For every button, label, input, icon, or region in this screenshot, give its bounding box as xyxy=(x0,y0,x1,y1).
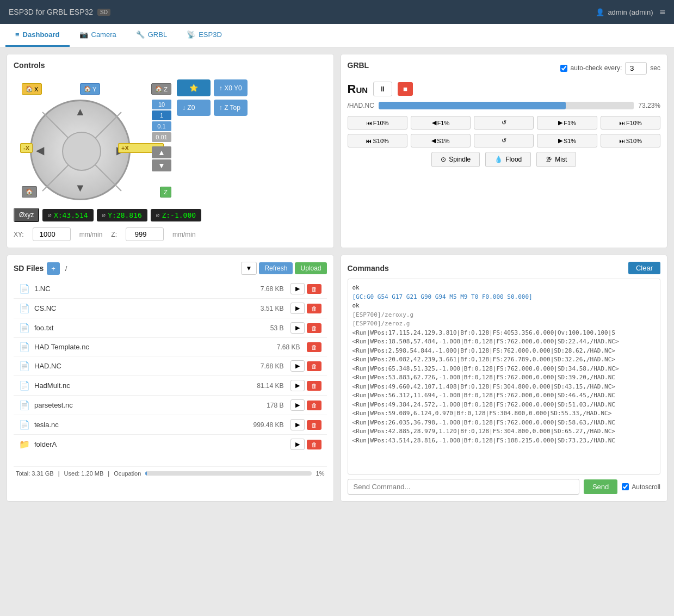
mist-button[interactable]: 🌫 Mist xyxy=(536,152,576,167)
cmd-line: <Run|WPos:18.508,57.484,-1.000|Bf:0,128|… xyxy=(353,337,656,347)
delete-button[interactable]: 🗑 xyxy=(307,361,321,371)
file-icon: 📄 xyxy=(19,284,30,294)
play-button[interactable]: ▶ xyxy=(290,322,305,334)
home-z-top-button[interactable]: 🏠 Z xyxy=(151,83,171,95)
ztop-button[interactable]: ↑ Z Top xyxy=(214,100,248,116)
step-10-button[interactable]: 10 xyxy=(152,100,171,109)
nav-camera[interactable]: 📷 Camera xyxy=(70,24,126,47)
f1-fwd-button[interactable]: ▶ F1% xyxy=(537,116,597,130)
xy-label: XY: xyxy=(14,231,24,238)
minus-x-label[interactable]: -X xyxy=(20,143,33,153)
autoscroll-text: Autoscroll xyxy=(632,483,660,491)
file-item: 📄parsetest.nc178 B▶🗑 xyxy=(14,396,327,415)
play-button[interactable]: ▶ xyxy=(290,380,305,391)
play-button[interactable]: ▶ xyxy=(290,419,305,430)
file-list: 📄1.NC7.68 KB▶🗑📄CS.NC3.51 KB▶🗑📄foo.txt53 … xyxy=(14,279,327,464)
flood-icon: 💧 xyxy=(494,156,503,163)
delete-button[interactable]: 🗑 xyxy=(307,304,321,313)
z-label: Z: xyxy=(111,231,117,238)
file-icon: 📄 xyxy=(19,361,30,371)
x-coord: ∅ X:43.514 xyxy=(42,209,93,221)
autocheck-checkbox[interactable] xyxy=(560,65,567,72)
main-content: Controls 🏠 X 🏠 Y 🏠 Z xyxy=(0,47,674,508)
z-down-button[interactable]: ▼ xyxy=(152,159,171,171)
delete-button[interactable]: 🗑 xyxy=(307,401,321,410)
home-button[interactable]: ⭐ xyxy=(177,79,211,96)
f10-fwd-button[interactable]: ⏭ F10% xyxy=(601,116,660,130)
step-1-button[interactable]: 1 xyxy=(152,110,171,120)
jog-down-button[interactable]: ▼ xyxy=(75,182,86,194)
y-coord: ∅ Y:28.816 xyxy=(97,209,147,221)
step-001-button[interactable]: 0.01 xyxy=(152,132,171,142)
ztop-label: ↑ Z Top xyxy=(219,104,240,112)
menu-icon[interactable]: ≡ xyxy=(659,7,665,18)
delete-button[interactable]: 🗑 xyxy=(307,381,321,391)
delete-button[interactable]: 🗑 xyxy=(307,420,321,430)
f10-back-button[interactable]: ⏮ F10% xyxy=(348,116,407,130)
jog-up-button[interactable]: ▲ xyxy=(75,106,86,118)
refresh-button[interactable]: Refresh xyxy=(259,262,293,274)
filter-button[interactable]: ▼ xyxy=(241,262,257,275)
home-xyz-button[interactable]: 🏠 X xyxy=(22,83,42,95)
z0-button[interactable]: ↓ Z0 xyxy=(177,100,211,116)
grbl-title: GRBL xyxy=(348,61,369,70)
dashboard-icon: ≡ xyxy=(15,30,20,39)
jog-left-button[interactable]: ◀ xyxy=(36,144,44,157)
cmd-line: <Run|WPos:42.885,28.979,1.120|Bf:0,128|F… xyxy=(353,427,656,436)
s10-fwd-button[interactable]: ⏭ S10% xyxy=(601,134,660,147)
delete-button[interactable]: 🗑 xyxy=(307,284,321,294)
nav-esp3d[interactable]: 📡 ESP3D xyxy=(177,24,232,47)
play-button[interactable]: ▶ xyxy=(290,283,305,294)
s1-back-button[interactable]: ◀ S1% xyxy=(411,134,471,147)
sd-files-panel: SD Files + / ▼ Refresh Upload 📄1.NC7.68 … xyxy=(7,255,334,502)
f10-back-label: F10% xyxy=(373,120,389,126)
nav-dashboard[interactable]: ≡ Dashboard xyxy=(5,24,70,47)
sd-title: SD Files xyxy=(14,264,44,273)
nav-grbl-label: GRBL xyxy=(148,30,167,39)
z-feed-input[interactable] xyxy=(126,227,164,241)
f-reset-button[interactable]: ↺ xyxy=(474,116,534,130)
sd-add-button[interactable]: + xyxy=(47,262,60,275)
delete-button[interactable]: 🗑 xyxy=(307,342,321,352)
home-z-label: Z xyxy=(164,86,168,93)
y-value: Y:28.816 xyxy=(108,211,142,219)
upload-button[interactable]: Upload xyxy=(295,262,326,274)
file-name: 1.NC xyxy=(34,285,246,293)
run-status: Run ⏸ ■ xyxy=(348,82,661,96)
play-button[interactable]: ▶ xyxy=(290,399,305,411)
nav-grbl[interactable]: 🔧 GRBL xyxy=(126,24,177,47)
file-name: tesla.nc xyxy=(34,421,246,429)
flood-button[interactable]: 💧 Flood xyxy=(485,152,531,167)
autoscroll-checkbox[interactable] xyxy=(622,483,629,490)
delete-button[interactable]: 🗑 xyxy=(307,323,321,333)
play-button[interactable]: ▶ xyxy=(290,360,305,372)
home-z-green-button[interactable]: Z xyxy=(160,187,171,198)
pause-button[interactable]: ⏸ xyxy=(373,82,392,96)
s1-fwd-button[interactable]: ▶ S1% xyxy=(537,134,597,147)
f10-back-icon: ⏮ xyxy=(366,120,372,126)
z-up-button[interactable]: ▲ xyxy=(152,146,171,158)
ctrl-buttons: ⭐ ↑ X0 Y0 ↓ Z0 ↑ Z Top xyxy=(177,75,248,200)
step-01-button[interactable]: 0.1 xyxy=(152,121,171,131)
cmd-input[interactable] xyxy=(348,479,579,495)
x0y0-button[interactable]: ↑ X0 Y0 xyxy=(214,79,248,96)
spindle-button[interactable]: ⊙ Spindle xyxy=(431,152,480,167)
clear-button[interactable]: Clear xyxy=(628,262,660,274)
send-button[interactable]: Send xyxy=(584,479,617,494)
f1-back-button[interactable]: ◀ F1% xyxy=(411,116,471,130)
home-y-button[interactable]: 🏠 Y xyxy=(80,83,100,95)
delete-button[interactable]: 🗑 xyxy=(307,440,321,449)
cmd-title: Commands xyxy=(348,264,389,273)
cmd-input-row: Send Autoscroll xyxy=(348,479,661,495)
x-symbol: ∅ xyxy=(48,212,52,219)
home-bottom-left-button[interactable]: 🏠 xyxy=(22,186,37,198)
autoscroll-label[interactable]: Autoscroll xyxy=(622,483,660,491)
xyz-reset-button[interactable]: Øxyz xyxy=(14,208,39,222)
play-button[interactable]: ▶ xyxy=(290,303,305,314)
play-button[interactable]: ▶ xyxy=(290,439,305,450)
autocheck-value[interactable] xyxy=(625,62,647,75)
s10-back-button[interactable]: ⏮ S10% xyxy=(348,134,407,147)
xy-feed-input[interactable] xyxy=(33,227,71,241)
stop-button[interactable]: ■ xyxy=(398,82,413,96)
s-reset-button[interactable]: ↺ xyxy=(474,134,534,147)
